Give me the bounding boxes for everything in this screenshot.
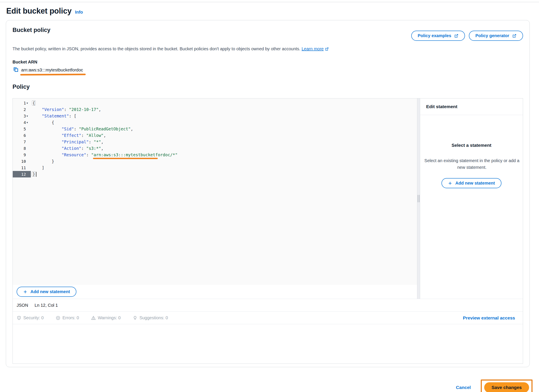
- bucket-arn-row: arn:aws:s3:::mytestbucketfordoc: [13, 67, 523, 73]
- code-line[interactable]: 2 "Version": "2012-10-17",: [13, 106, 417, 113]
- line-number: 5: [24, 127, 26, 131]
- page-title: Edit bucket policy: [6, 6, 72, 15]
- annotation-underline: "arn:aws:s3:::mytestbucketfordoc/*": [91, 152, 178, 157]
- add-new-statement-button[interactable]: Add new statement: [17, 287, 76, 297]
- line-number: 10: [21, 159, 26, 164]
- page-header: Edit bucket policy Info: [0, 2, 539, 15]
- code-line[interactable]: 10 }: [13, 158, 417, 165]
- error-circle-icon: [56, 316, 60, 320]
- line-number: 12: [21, 172, 26, 177]
- line-number: 9: [24, 153, 26, 157]
- page-footer: Cancel Save changes: [0, 379, 539, 392]
- code-text: "Sid": "PublicReadGetObject",: [32, 126, 133, 131]
- check-label: Security: 0: [23, 315, 43, 320]
- code-text: "Action": "s3:*",: [32, 146, 104, 151]
- check-item: Errors: 0: [56, 315, 79, 320]
- code-line[interactable]: 12}: [13, 171, 417, 177]
- warning-triangle-icon: [91, 316, 96, 320]
- policy-generator-label: Policy generator: [475, 33, 509, 38]
- plus-icon: [448, 181, 452, 185]
- splitter-grip-icon: [418, 195, 419, 202]
- save-changes-button[interactable]: Save changes: [484, 382, 529, 392]
- security-shield-icon: [17, 316, 21, 320]
- code-line[interactable]: 1▾{: [13, 100, 417, 106]
- line-number: 2: [24, 107, 26, 112]
- line-number: 3: [24, 114, 26, 118]
- check-label: Errors: 0: [62, 315, 79, 320]
- line-gutter: 2: [13, 106, 31, 113]
- line-number: 8: [24, 146, 26, 151]
- line-number: 1: [24, 101, 26, 105]
- annotation-box: Save changes: [481, 379, 533, 392]
- bucket-policy-description: The bucket policy, written in JSON, prov…: [13, 46, 523, 51]
- editor-checks-bar: Security: 0Errors: 0Warnings: 0Suggestio…: [13, 311, 523, 324]
- line-gutter: 5: [13, 126, 31, 132]
- policy-code-editor[interactable]: 1▾{2 "Version": "2012-10-17",3▾ "Stateme…: [13, 98, 417, 285]
- editor-language: JSON: [17, 303, 28, 308]
- code-line[interactable]: 6 "Effect": "Allow",: [13, 132, 417, 139]
- card-header-actions: Policy examples Policy generator: [411, 26, 523, 41]
- check-label: Suggestions: 0: [140, 315, 168, 320]
- cancel-button[interactable]: Cancel: [456, 385, 471, 390]
- code-line[interactable]: 8 "Action": "s3:*",: [13, 145, 417, 151]
- line-number: 6: [24, 133, 26, 138]
- line-gutter: 6: [13, 132, 31, 139]
- edit-statement-panel-body: Select a statement Select an existing st…: [420, 115, 523, 188]
- policy-generator-button[interactable]: Policy generator: [469, 31, 523, 41]
- code-line[interactable]: 9 "Resource": "arn:aws:s3:::mytestbucket…: [13, 151, 417, 158]
- code-text: }: [32, 172, 36, 177]
- check-label: Warnings: 0: [98, 315, 121, 320]
- check-item: Suggestions: 0: [133, 315, 168, 320]
- panel-add-new-statement-label: Add new statement: [455, 181, 495, 186]
- info-link[interactable]: Info: [75, 10, 83, 15]
- preview-external-access-link[interactable]: Preview external access: [463, 315, 515, 320]
- code-text: {: [32, 120, 54, 125]
- check-item: Warnings: 0: [91, 315, 121, 320]
- editor-checks: Security: 0Errors: 0Warnings: 0Suggestio…: [17, 315, 168, 320]
- code-line[interactable]: 5 "Sid": "PublicReadGetObject",: [13, 126, 417, 132]
- cursor-position: Ln 12, Col 1: [34, 303, 58, 308]
- code-line[interactable]: 4▾ {: [13, 119, 417, 126]
- external-link-icon: [512, 34, 517, 38]
- policy-editor: 1▾{2 "Version": "2012-10-17",3▾ "Stateme…: [13, 98, 523, 364]
- code-text: "Resource": "arn:aws:s3:::mytestbucketfo…: [32, 152, 178, 157]
- code-text: "Statement": [: [32, 114, 76, 118]
- panel-resize-splitter[interactable]: [417, 98, 420, 299]
- line-gutter: 10: [13, 158, 31, 165]
- card-header: Bucket policy Policy examples Policy gen…: [13, 26, 523, 41]
- code-text: }: [32, 159, 54, 164]
- line-gutter: 1▾: [13, 100, 31, 106]
- check-item: Security: 0: [17, 315, 43, 320]
- line-gutter: 11: [13, 165, 31, 171]
- line-gutter: 9: [13, 151, 31, 158]
- fold-arrow-icon[interactable]: ▾: [27, 102, 30, 104]
- code-text: ]: [32, 165, 44, 170]
- bucket-arn-value: arn:aws:s3:::mytestbucketfordoc: [21, 68, 83, 73]
- editor-status-bar: JSON Ln 12, Col 1: [13, 299, 523, 311]
- panel-add-new-statement-button[interactable]: Add new statement: [442, 178, 501, 188]
- add-new-statement-label: Add new statement: [30, 289, 70, 294]
- bucket-arn-label: Bucket ARN: [13, 60, 523, 65]
- fold-arrow-icon[interactable]: ▾: [27, 121, 30, 124]
- edit-statement-panel-title: Edit statement: [420, 98, 523, 115]
- policy-examples-button[interactable]: Policy examples: [411, 31, 465, 41]
- page-top-divider: [0, 0, 539, 2]
- fold-arrow-icon[interactable]: ▾: [27, 115, 30, 117]
- editor-bottom-area: [13, 324, 523, 363]
- bucket-policy-card: Bucket policy Policy examples Policy gen…: [6, 20, 530, 367]
- learn-more-label: Learn more: [302, 46, 324, 51]
- code-line[interactable]: 7 "Principal": "*",: [13, 139, 417, 145]
- code-text: "Principal": "*",: [32, 140, 104, 144]
- line-gutter: 4▾: [13, 119, 31, 126]
- line-number: 4: [24, 120, 26, 125]
- code-line[interactable]: 11 ]: [13, 165, 417, 171]
- line-gutter: 12: [13, 171, 31, 177]
- editor-add-statement-row: Add new statement: [13, 285, 417, 299]
- policy-section-title: Policy: [13, 83, 523, 90]
- code-line[interactable]: 3▾ "Statement": [: [13, 113, 417, 119]
- learn-more-link[interactable]: Learn more: [302, 46, 329, 51]
- line-gutter: 7: [13, 139, 31, 145]
- description-text: The bucket policy, written in JSON, prov…: [13, 46, 300, 51]
- text-cursor: [36, 172, 36, 177]
- copy-arn-button[interactable]: [13, 67, 19, 73]
